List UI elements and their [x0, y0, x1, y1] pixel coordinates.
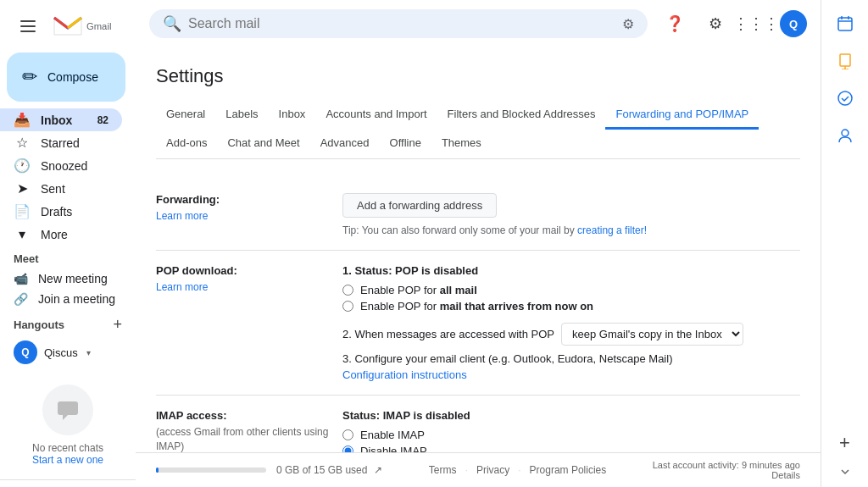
main-content: 🔍 ⚙ ❓ ⚙ ⋮⋮⋮ Q Settings General Labels In… — [136, 0, 821, 487]
svg-point-12 — [842, 130, 849, 136]
pop-radio-group: Enable POP for all mail Enable POP for m… — [342, 284, 800, 313]
more-icon: ▾ — [14, 226, 31, 242]
imap-enable-label[interactable]: Enable IMAP — [342, 429, 800, 441]
add-hangout-icon[interactable]: + — [113, 316, 122, 334]
no-chats-text: No recent chats — [32, 442, 103, 454]
pop-learn-more[interactable]: Learn more — [156, 281, 208, 293]
gmail-logo: Gmail — [53, 14, 129, 38]
help-icon[interactable]: ❓ — [658, 7, 692, 41]
sidebar-item-starred[interactable]: ☆ Starred — [0, 131, 122, 154]
tab-labels[interactable]: Labels — [215, 101, 268, 130]
sidebar-item-snoozed[interactable]: 🕐 Snoozed — [0, 154, 122, 177]
imap-content: Status: IMAP is disabled Enable IMAP Dis… — [342, 409, 800, 452]
imap-label: IMAP access: — [156, 409, 329, 422]
sidebar-item-sent[interactable]: ➤ Sent — [0, 177, 122, 200]
expand-panel-icon[interactable] — [821, 463, 868, 480]
pop-action-select[interactable]: keep Gmail's copy in the Inbox archive G… — [561, 323, 743, 346]
meet-section-label: Meet — [0, 246, 136, 268]
inbox-label: Inbox — [41, 113, 72, 127]
footer-left: 0 GB of 15 GB used ↗ — [156, 464, 382, 476]
svg-rect-8 — [840, 54, 850, 66]
forwarding-label: Forwarding: — [156, 193, 329, 206]
forwarding-label-cell: Forwarding: Learn more — [156, 193, 342, 222]
hangouts-user[interactable]: Q Qiscus ▾ — [14, 340, 122, 364]
imap-status: Status: IMAP is disabled — [342, 409, 800, 422]
forwarding-learn-more[interactable]: Learn more — [156, 210, 208, 222]
imap-enable-radio[interactable] — [342, 429, 353, 440]
drafts-icon: 📄 — [14, 203, 31, 219]
imap-label-cell: IMAP access: (access Gmail from other cl… — [156, 409, 342, 452]
creating-filter-link[interactable]: creating a filter! — [577, 224, 647, 236]
imap-row: IMAP access: (access Gmail from other cl… — [156, 396, 800, 452]
tab-addons[interactable]: Add-ons — [156, 130, 217, 158]
pop-option2-text: Enable POP for mail that arrives from no… — [360, 300, 593, 313]
imap-radio-group: Enable IMAP Disable IMAP — [342, 429, 800, 452]
tab-forwarding[interactable]: Forwarding and POP/IMAP — [605, 101, 759, 130]
forwarding-row: Forwarding: Learn more Add a forwarding … — [156, 180, 800, 251]
add-panel-icon[interactable]: + — [828, 426, 862, 460]
apps-icon[interactable]: ⋮⋮⋮ — [739, 7, 773, 41]
pop-label: POP download: — [156, 264, 329, 277]
join-meeting-label: Join a meeting — [38, 292, 115, 306]
drafts-label: Drafts — [41, 205, 72, 219]
snoozed-label: Snoozed — [41, 159, 87, 173]
imap-disable-label[interactable]: Disable IMAP — [342, 445, 800, 452]
add-forwarding-button[interactable]: Add a forwarding address — [342, 193, 497, 218]
terms-link[interactable]: Terms — [429, 464, 457, 476]
search-filter-icon[interactable]: ⚙ — [622, 16, 634, 32]
keep-icon[interactable] — [828, 44, 862, 78]
privacy-link[interactable]: Privacy — [476, 464, 509, 476]
program-policies-link[interactable]: Program Policies — [530, 464, 607, 476]
pop-configure-text: 3. Configure your email client (e.g. Out… — [342, 352, 800, 365]
imap-enable-text: Enable IMAP — [360, 429, 425, 441]
snooze-icon: 🕐 — [14, 158, 31, 174]
compose-button[interactable]: ✏ Compose — [7, 53, 125, 102]
pop-option1-label[interactable]: Enable POP for all mail — [342, 284, 800, 296]
configure-prefix: 3. Configure your email client — [342, 352, 485, 365]
svg-text:Gmail: Gmail — [86, 21, 111, 31]
tab-accounts[interactable]: Accounts and Import — [315, 101, 437, 130]
inbox-count: 82 — [97, 114, 108, 126]
user-avatar[interactable]: Q — [780, 10, 807, 37]
imap-disable-radio[interactable] — [342, 445, 353, 452]
hangouts-username: Qiscus — [44, 346, 78, 359]
search-input[interactable] — [188, 16, 615, 31]
forwarding-tip: Tip: You can also forward only some of y… — [342, 224, 800, 236]
last-activity-text: Last account activity: 9 minutes ago — [653, 460, 800, 470]
pop-option2-label[interactable]: Enable POP for mail that arrives from no… — [342, 300, 800, 313]
contacts-icon[interactable] — [828, 119, 862, 152]
tab-advanced[interactable]: Advanced — [310, 130, 380, 158]
more-label: More — [41, 228, 68, 241]
search-icon: 🔍 — [163, 14, 181, 33]
sidebar-item-drafts[interactable]: 📄 Drafts — [0, 200, 122, 223]
sidebar: Gmail ✏ Compose 📥 Inbox 82 ☆ Starred 🕐 S… — [0, 0, 136, 487]
details-link[interactable]: Details — [771, 470, 800, 480]
svg-point-11 — [838, 91, 852, 105]
start-new-chat-link[interactable]: Start a new one — [32, 454, 103, 466]
tab-inbox[interactable]: Inbox — [269, 101, 316, 130]
sidebar-item-more[interactable]: ▾ More — [0, 223, 122, 246]
settings-topbar-icon[interactable]: ⚙ — [698, 7, 732, 41]
calendar-icon[interactable] — [828, 7, 862, 41]
page-title: Settings — [156, 65, 800, 87]
tab-chat[interactable]: Chat and Meet — [217, 130, 309, 158]
tasks-icon[interactable] — [828, 81, 862, 115]
tab-offline[interactable]: Offline — [380, 130, 431, 158]
tab-general[interactable]: General — [156, 101, 215, 130]
hangouts-header: Hangouts + — [14, 316, 122, 334]
hamburger-menu[interactable] — [14, 14, 42, 39]
tab-themes[interactable]: Themes — [431, 130, 492, 158]
new-meeting-icon: 📹 — [14, 272, 28, 285]
manage-storage-icon[interactable]: ↗ — [374, 464, 382, 476]
pop-download-row: POP download: Learn more 1. Status: POP … — [156, 251, 800, 396]
pop-option2-radio[interactable] — [342, 301, 353, 312]
sidebar-item-join-meeting[interactable]: 🔗 Join a meeting — [0, 289, 136, 309]
sidebar-item-new-meeting[interactable]: 📹 New meeting — [0, 268, 136, 289]
tab-filters[interactable]: Filters and Blocked Addresses — [437, 101, 606, 130]
search-bar: 🔍 ⚙ — [149, 9, 648, 38]
imap-desc: (access Gmail from other clients using I… — [156, 425, 329, 452]
pop-option1-radio[interactable] — [342, 285, 353, 296]
pop-config-link[interactable]: Configuration instructions — [342, 368, 467, 381]
no-chats-area: No recent chats Start a new one — [0, 371, 136, 479]
sidebar-item-inbox[interactable]: 📥 Inbox 82 — [0, 108, 122, 131]
